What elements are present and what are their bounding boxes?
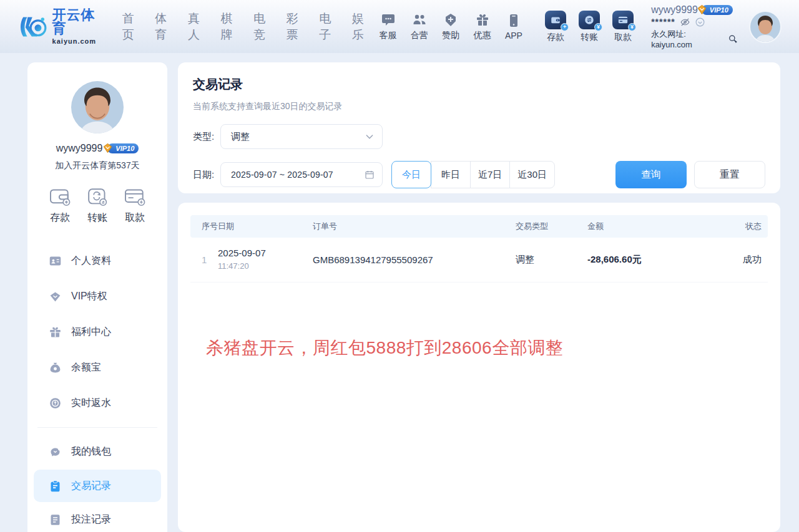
magnifier-icon[interactable]	[728, 34, 738, 44]
type-label: 类型:	[193, 131, 220, 143]
sidebar-item-label: VIP特权	[71, 290, 107, 303]
sidebar-item-profile[interactable]: 个人资料	[27, 243, 167, 279]
main-nav: 首页 体育 真人 棋牌 电竞 彩票 电子 娱乐	[121, 8, 375, 46]
eye-off-icon[interactable]	[680, 17, 690, 27]
sidebar-item-rebate[interactable]: 实时返水	[27, 385, 167, 421]
sidebar-item-transactions[interactable]: 交易记录	[34, 470, 161, 502]
transfer-outline-icon	[86, 188, 109, 206]
brand-logo[interactable]: 开云体育 kaiyun.com	[17, 8, 105, 45]
sidebar-vip-badge: VIP10	[107, 143, 139, 153]
withdraw-tile: ¥	[612, 11, 634, 29]
filter-card: 交易记录 当前系统支持查询最近30日的交易记录 类型: 调整 日期: 2025-…	[178, 62, 780, 193]
row-status: 成功	[725, 254, 768, 266]
col-status: 状态	[725, 221, 768, 232]
vip-gem-icon	[102, 142, 114, 154]
sidebar-item-yuebao[interactable]: 余额宝	[27, 350, 167, 385]
date-range-input[interactable]: 2025-09-07 ~ 2025-09-07	[220, 162, 383, 187]
sidebar: wywy9999 VIP10 加入开云体育第537天 存款 转账 取款	[27, 62, 167, 532]
table-row[interactable]: 1 2025-09-07 11:47:20 GMB689139412795550…	[190, 238, 768, 283]
username: wywy9999	[651, 4, 698, 16]
masked-balance: ******	[651, 17, 675, 26]
calendar-icon	[365, 170, 375, 180]
vip-level-label: VIP10	[710, 6, 728, 14]
nav-entertainment[interactable]: 娱乐	[351, 8, 375, 46]
range-today-button[interactable]: 今日	[391, 161, 431, 188]
range-yesterday-button[interactable]: 昨日	[431, 161, 471, 188]
permanent-url-label: 永久网址: kaiyun.com	[651, 29, 726, 49]
nav-sports[interactable]: 体育	[154, 8, 177, 46]
deposit-tile: +	[545, 11, 566, 29]
partnership-button[interactable]: 合营	[406, 12, 433, 41]
sponsor-button[interactable]: 赞助	[437, 12, 464, 41]
user-info-block: wywy9999 VIP10 ****** 永久网址: kaiyun.com	[651, 4, 738, 49]
sidebar-item-welfare[interactable]: 福利中心	[27, 314, 167, 350]
chat-icon	[381, 12, 396, 27]
avatar-image	[750, 12, 780, 42]
wallet-outline-icon	[49, 188, 71, 206]
type-filter-row: 类型: 调整	[193, 124, 765, 149]
sidebar-item-vip[interactable]: VIP特权	[27, 279, 167, 314]
sidebar-menu: 个人资料 VIP特权 福利中心 余额宝 实时返水 我的钱包	[27, 243, 167, 532]
sidebar-transfer-button[interactable]: 转账	[86, 188, 109, 225]
sidebar-deposit-button[interactable]: 存款	[49, 188, 71, 225]
bet-record-icon	[49, 513, 62, 526]
nav-live[interactable]: 真人	[187, 8, 210, 46]
yuan-badge-icon: ¥	[628, 23, 636, 31]
sidebar-item-label: 福利中心	[71, 326, 111, 339]
range-7days-button[interactable]: 近7日	[470, 161, 510, 188]
sidebar-item-wallet[interactable]: 我的钱包	[27, 434, 167, 470]
row-index: 1	[190, 254, 218, 265]
brand-domain: kaiyun.com	[52, 37, 105, 45]
sidebar-item-label: 实时返水	[71, 397, 111, 410]
sidebar-withdraw-button[interactable]: 取款	[124, 188, 146, 225]
page-title: 交易记录	[193, 76, 765, 93]
deposit-button[interactable]: + 存款	[541, 11, 570, 43]
withdraw-button[interactable]: ¥ 取款	[609, 11, 637, 43]
customer-service-label: 客服	[380, 30, 397, 41]
deposit-label: 存款	[547, 32, 564, 43]
promotions-label: 优惠	[474, 30, 491, 41]
sidebar-withdraw-label: 取款	[125, 211, 145, 225]
sidebar-transfer-label: 转账	[87, 211, 107, 225]
reset-button[interactable]: 重置	[694, 161, 765, 188]
app-download-button[interactable]: APP	[500, 13, 527, 41]
filter-buttons: 查询 重置	[615, 161, 765, 188]
nav-lottery[interactable]: 彩票	[285, 8, 309, 46]
transfer-tile: ¥	[579, 11, 600, 29]
vip-diamond-icon	[49, 290, 62, 303]
type-select[interactable]: 调整	[220, 124, 383, 149]
transfer-button[interactable]: ¥ 转账	[575, 11, 604, 43]
col-amount: 金额	[587, 221, 725, 232]
money-bag-icon	[49, 361, 62, 374]
main-content: 交易记录 当前系统支持查询最近30日的交易记录 类型: 调整 日期: 2025-…	[178, 62, 780, 532]
sidebar-username: wywy9999	[56, 143, 103, 154]
sidebar-deposit-label: 存款	[50, 211, 70, 225]
top-bar: 开云体育 kaiyun.com 首页 体育 真人 棋牌 电竞 彩票 电子 娱乐 …	[0, 0, 799, 53]
promotions-button[interactable]: 优惠	[468, 12, 496, 41]
sponsor-icon	[443, 12, 458, 27]
sidebar-item-label: 余额宝	[71, 361, 101, 374]
sidebar-divider	[37, 427, 157, 428]
col-type: 交易类型	[516, 221, 587, 232]
row-date-day: 2025-09-07	[218, 248, 266, 258]
row-date: 2025-09-07 11:47:20	[218, 247, 313, 273]
sidebar-item-bets[interactable]: 投注记录	[27, 502, 167, 532]
date-label: 日期:	[193, 169, 220, 181]
customer-service-button[interactable]: 客服	[374, 12, 401, 41]
row-amount: -28,606.60元	[587, 254, 725, 266]
range-30days-button[interactable]: 近30日	[509, 161, 555, 188]
user-avatar[interactable]	[749, 11, 782, 43]
query-button[interactable]: 查询	[615, 161, 687, 188]
profile-avatar[interactable]	[71, 81, 124, 133]
overlay-annotation-text: 杀猪盘开云，周红包5888打到28606全部调整	[206, 336, 768, 360]
nav-esports[interactable]: 电竞	[252, 8, 276, 46]
transaction-record-icon	[49, 480, 62, 493]
refresh-balance-icon[interactable]	[695, 17, 705, 27]
nav-chess[interactable]: 棋牌	[219, 8, 243, 46]
vip-level-label: VIP10	[115, 145, 134, 152]
results-card: 序号 日期 订单号 交易类型 金额 状态 1 2025-09-07 11:47:…	[178, 203, 780, 532]
nav-home[interactable]: 首页	[121, 8, 145, 46]
nav-slots[interactable]: 电子	[318, 8, 341, 46]
sponsor-label: 赞助	[442, 30, 459, 41]
wallet-icon	[550, 14, 561, 26]
